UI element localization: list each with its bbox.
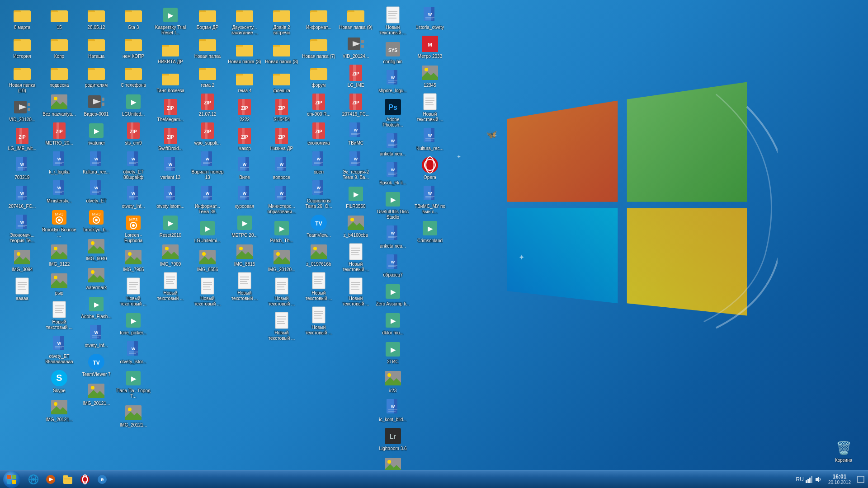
desktop-icon-128[interactable]: Wotvety_inf... — [78, 322, 114, 350]
desktop-icon-63[interactable]: тема 4 — [226, 67, 263, 95]
desktop-icon-47[interactable]: Wotvety istom... — [152, 183, 189, 211]
desktop-icon-40[interactable]: Новый текстовый ... — [115, 275, 151, 309]
desktop-icon-57[interactable]: WИнформат... Тема 38. — [189, 183, 226, 216]
desktop-icon-64[interactable]: ZIP2222 — [226, 96, 263, 124]
ie-taskbar-button[interactable] — [25, 471, 42, 488]
desktop-icon-103[interactable]: PsAdobe Photosh... — [375, 96, 411, 130]
desktop-icon-86[interactable]: Wовен — [301, 149, 337, 177]
desktop-icon-119[interactable]: Новый текстовый ... — [412, 91, 448, 124]
desktop-icon-55[interactable]: ZIPwpo_suppli... — [189, 120, 226, 148]
desktop-icon-41[interactable]: ▶Kaspersky Trial Reset f... — [152, 4, 189, 38]
desktop-icon-94[interactable]: ZIP207416_FC... — [338, 91, 374, 119]
desktop-icon-74[interactable]: ZIPSH5454 — [264, 96, 300, 124]
desktop-icon-114[interactable]: LrLightroom 3.6 — [375, 425, 411, 453]
desktop-icon-92[interactable]: VID_20124... — [338, 33, 374, 61]
desktop-icon-129[interactable]: TVTeamViewer 7 — [78, 351, 114, 379]
desktop-icon-19[interactable]: IMG_3122 — [41, 241, 77, 269]
desktop-icon-23[interactable]: родителям — [78, 62, 114, 90]
desktop-icon-97[interactable]: ▶FiLR0560 — [338, 183, 374, 211]
desktop-icon-25[interactable]: ▶rivatuner — [78, 120, 114, 148]
desktop-icon-39[interactable]: IMG_7905 — [115, 246, 151, 274]
desktop-icon-96[interactable]: WЭк_теория-2 Тема 9. Ва... — [338, 149, 374, 182]
desktop-icon-50[interactable]: Новый текстовый ... — [152, 270, 189, 303]
desktop-icon-121[interactable]: Opera — [412, 154, 448, 182]
desktop-icon-54[interactable]: ZIP21.07.12 — [189, 91, 226, 119]
desktop-icon-1[interactable]: 8 марта — [4, 4, 40, 32]
desktop-icon-126[interactable]: Новый текстовый ... — [264, 310, 300, 343]
desktop-icon-124[interactable]: Новый текстовый ... — [338, 275, 374, 309]
desktop-icon-48[interactable]: ▶Reset2010 — [152, 212, 189, 240]
desktop-icon-87[interactable]: WСоциологія Тема 26. О... — [301, 178, 337, 211]
desktop-icon-61[interactable]: Двухконту... зажигание ... — [226, 4, 263, 38]
desktop-icon-106[interactable]: ▶UsefulUtils Disc Studio — [375, 188, 411, 222]
desktop-icon-49[interactable]: IMG_7909 — [152, 241, 189, 269]
desktop-icon-15[interactable]: ZIPMETRO_20... — [41, 120, 77, 148]
desktop-icon-110[interactable]: ▶dktor mu... — [375, 310, 411, 338]
desktop-icon-32[interactable]: нем КОПР — [115, 33, 151, 61]
desktop-icon-98[interactable]: z_b4160cba — [338, 212, 374, 240]
desktop-icon-6[interactable]: W703219 — [4, 154, 40, 182]
desktop-icon-133[interactable]: SSkype — [41, 367, 77, 395]
desktop-icon-90[interactable]: Новый текстовый ... — [301, 270, 337, 303]
desktop-icon-77[interactable]: WМинистерс... образовани... — [264, 183, 300, 216]
desktop-icon-4[interactable]: VID_20120... — [4, 96, 40, 124]
desktop-icon-65[interactable]: ZIPмакср — [226, 125, 263, 153]
explorer-taskbar-button[interactable] — [60, 471, 76, 488]
desktop-icon-35[interactable]: ZIPsts_cm9 — [115, 120, 151, 148]
desktop-icon-130[interactable]: IMG_20121... — [78, 380, 114, 408]
desktop-icon-76[interactable]: Wвопросе — [264, 154, 300, 182]
desktop-icon-20[interactable]: рыр — [41, 270, 77, 298]
desktop-icon-31[interactable]: Gta 3 — [115, 4, 151, 32]
desktop-icon-81[interactable]: Информат... — [301, 4, 337, 32]
desktop-icon-112[interactable]: ir23 — [375, 367, 411, 395]
desktop-icon-105[interactable]: WSpsok_ek il... — [375, 160, 411, 188]
desktop-icon-127[interactable]: ▶Adobe_Flash... — [78, 293, 114, 321]
desktop-icon-135[interactable]: ▶tone_picker... — [115, 310, 151, 338]
desktop-icon-10[interactable]: ааааа — [4, 275, 40, 303]
desktop-icon-89[interactable]: z_0197616b — [301, 241, 337, 269]
desktop-icon-93[interactable]: ZIPLG_IME — [338, 62, 374, 90]
desktop-icon-73[interactable]: флешка — [264, 67, 300, 95]
desktop-icon-72[interactable]: Новая папка (3) — [264, 38, 300, 66]
desktop-icon-8[interactable]: WЭкономич... теория Те... — [4, 212, 40, 245]
desktop-icon-75[interactable]: ZIPНизина ДР — [264, 125, 300, 153]
desktop-icon-59[interactable]: IMG_8556 — [189, 246, 226, 274]
language-indicator[interactable]: RU — [796, 476, 804, 483]
desktop-icon-82[interactable]: Новая папка (7) — [301, 33, 337, 61]
desktop-icon-118[interactable]: 12345 — [412, 62, 448, 90]
desktop-icon-60[interactable]: Новый текстовый ... — [189, 275, 226, 309]
desktop-icon-125[interactable]: Новый текстовый ... — [301, 304, 337, 338]
desktop-icon-22[interactable]: Наташа — [78, 33, 114, 61]
start-orb[interactable] — [3, 471, 20, 488]
desktop-icon-131[interactable]: Новый текстовый ... — [41, 299, 77, 332]
desktop-icon-24[interactable]: Видео-0001 — [78, 91, 114, 119]
desktop-icon-101[interactable]: SYSconfig.bin — [375, 38, 411, 66]
control-panel-taskbar-button[interactable]: e — [94, 471, 110, 488]
desktop-icon-2[interactable]: История — [4, 33, 40, 61]
desktop-icon-117[interactable]: MМетро 2033 — [412, 33, 448, 61]
desktop-icon-78[interactable]: ▶Patch_Th... — [264, 217, 300, 245]
desktop-icon-116[interactable]: W1storia_otvety — [412, 4, 448, 32]
desktop-icon-80[interactable]: Новый текстовый ... — [264, 275, 300, 309]
desktop-icon-66[interactable]: WВиле — [226, 154, 263, 182]
desktop-icon-7[interactable]: W207416_FC... — [4, 183, 40, 211]
desktop-icon-113[interactable]: Wic_kont_bild... — [375, 396, 411, 424]
desktop-icon-58[interactable]: ▶LGUniteImi... — [189, 217, 226, 245]
desktop-icon-109[interactable]: ▶Zero Assump ti... — [375, 281, 411, 309]
desktop-icon-70[interactable]: Новый текстовый ... — [226, 270, 263, 303]
recycle-bin-icon[interactable]: 🗑️ Корзина — [826, 437, 862, 465]
desktop-icon-102[interactable]: Wshpore_logu... — [375, 67, 411, 95]
desktop-icon-28[interactable]: MP3brooklyn_b... — [78, 206, 114, 235]
desktop-icon-136[interactable]: Wotvety_istor... — [115, 338, 151, 366]
desktop-icon-30[interactable]: watermark — [78, 264, 114, 292]
desktop-icon-45[interactable]: ZIPSwiftDroid... — [152, 125, 189, 153]
desktop-icon-26[interactable]: WKultura_rec... — [78, 149, 114, 177]
desktop-icon-34[interactable]: ▶LGUnited... — [115, 91, 151, 119]
desktop-icon-88[interactable]: TVTeamView... — [301, 212, 337, 240]
desktop-icon-11[interactable]: 15 — [41, 4, 77, 32]
desktop-icon-85[interactable]: ZIPекономика — [301, 120, 337, 148]
desktop-icon-91[interactable]: Новая папка (9) — [338, 4, 374, 32]
show-desktop-icon[interactable] — [857, 476, 864, 483]
desktop-icon-95[interactable]: WТВиМС — [338, 120, 374, 148]
desktop-icon-51[interactable]: Богдан ДР — [189, 4, 226, 32]
